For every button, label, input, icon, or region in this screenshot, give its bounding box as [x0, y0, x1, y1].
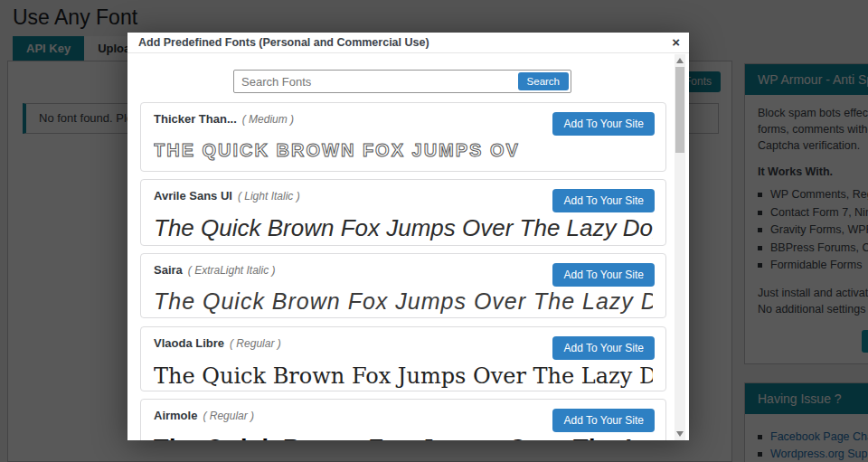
font-name: Avrile Sans UI: [154, 189, 232, 203]
font-name: Vlaoda Libre: [154, 336, 224, 350]
scroll-up-arrow-icon[interactable]: [676, 58, 684, 63]
modal-header: Add Predefined Fonts (Personal and Comme…: [127, 33, 689, 53]
font-card-vlaoda-libre: Vlaoda Libre ( Regular ) Add To Your Sit…: [140, 326, 666, 391]
font-card-avrile-sans-ui: Avrile Sans UI ( Light Italic ) Add To Y…: [140, 179, 666, 246]
scroll-down-arrow-icon[interactable]: [676, 431, 684, 437]
font-sample: The Quick Brown Fox Jumps Over The Lazy …: [154, 214, 653, 242]
modal-title: Add Predefined Fonts (Personal and Comme…: [127, 33, 689, 53]
search-row: Search: [233, 70, 571, 93]
font-card-thicker-than: Thicker Than... ( Medium ) Add To Your S…: [140, 102, 666, 172]
add-to-your-site-button[interactable]: Add To Your Site: [552, 263, 655, 287]
font-sample: The Quick Brown Fox Jumps Ov: [154, 140, 653, 161]
font-style-label: ( Medium ): [242, 113, 294, 126]
font-style-label: ( Regular ): [230, 337, 281, 350]
search-button[interactable]: Search: [518, 72, 569, 90]
font-name: Airmole: [154, 409, 197, 422]
font-style-label: ( Light Italic ): [238, 190, 300, 203]
font-name: Thicker Than...: [154, 112, 237, 126]
font-style-label: ( ExtraLight Italic ): [188, 264, 276, 277]
add-to-your-site-button[interactable]: Add To Your Site: [552, 112, 655, 136]
add-to-your-site-button[interactable]: Add To Your Site: [552, 336, 655, 360]
modal-scrollbar[interactable]: [675, 54, 685, 440]
add-to-your-site-button[interactable]: Add To Your Site: [552, 189, 655, 212]
font-sample: The Quick Brown Fox Jumps Over The Lazy …: [154, 288, 653, 315]
font-sample: The Quick Brown Fox Jumps Over The Lazy …: [154, 363, 653, 389]
font-card-saira: Saira ( ExtraLight Italic ) Add To Your …: [140, 253, 666, 318]
font-name: Saira: [154, 263, 183, 277]
add-to-your-site-button[interactable]: Add To Your Site: [552, 409, 655, 432]
scrollbar-thumb[interactable]: [675, 67, 684, 153]
screen: Use Any Font API Key Upload Fo No font f…: [0, 0, 868, 462]
font-style-label: ( Regular ): [203, 410, 254, 422]
font-card-airmole: Airmole ( Regular ) Add To Your Site The…: [140, 399, 666, 440]
font-sample: The Quick Brown Fox Jumps Over The Lazy …: [154, 435, 653, 440]
add-predefined-fonts-modal: Add Predefined Fonts (Personal and Comme…: [127, 33, 689, 440]
close-icon[interactable]: ×: [672, 34, 680, 51]
